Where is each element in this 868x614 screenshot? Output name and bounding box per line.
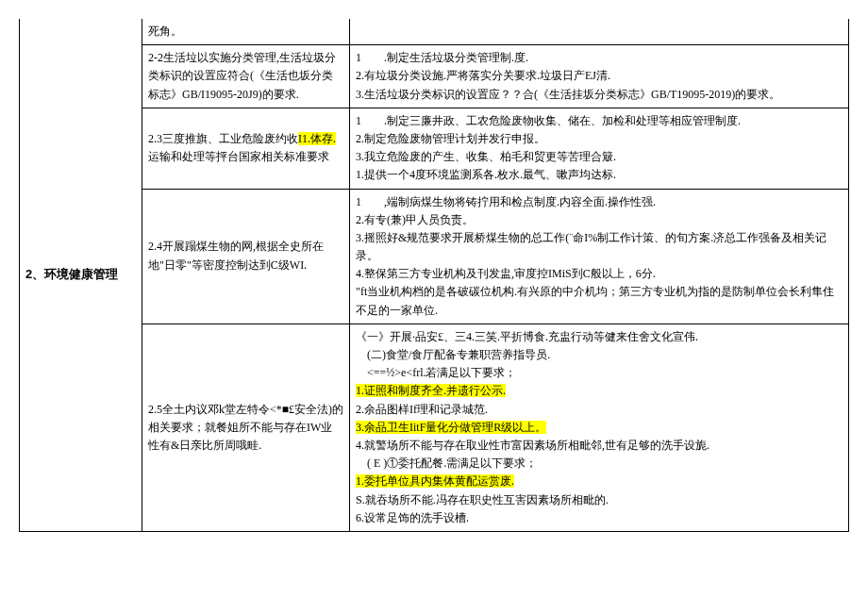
detail-text: 1 .制定生活垃圾分类管理制.度.2.有垃圾分类设施.严将落实分关要求.垃圾日产… xyxy=(356,49,843,104)
criteria-cell: 2.3三度推旗、工业危险废约收I1.体存.运输和处理等抨台国家相关标准要求 xyxy=(142,108,350,189)
criteria-cell: 2-2生活垃以实施分类管理,生活垃圾分类标识的设置应符合(《生活也坂分类标志》G… xyxy=(142,45,350,108)
criteria-text-pre: 2.3三度推旗、工业危险废约收 xyxy=(148,132,298,145)
criteria-text: 2-2生活垃以实施分类管理,生活垃圾分类标识的设置应符合(《生活也坂分类标志》G… xyxy=(148,51,336,100)
detail-text: 1 .制定三廉井政、工农危险废物收集、储在、加检和处理等相应管理制度.2.制定危… xyxy=(356,112,843,185)
criteria-text-post: 运输和处理等抨台国家相关标准要求 xyxy=(148,150,329,163)
criteria-text: 死角。 xyxy=(148,25,182,38)
detail-cell xyxy=(350,19,849,45)
document-table: 2、环境健康管理 死角。 2-2生活垃以实施分类管理,生活垃圾分类标识的设置应符… xyxy=(19,19,849,532)
detail-cell: 1 .制定三廉井政、工农危险废物收集、储在、加检和处理等相应管理制度.2.制定危… xyxy=(350,108,849,189)
criteria-text: 2.4开展蹋煤生物的网,根据全史所在地"日零"等密度控制达到C级WI. xyxy=(148,240,324,271)
criteria-cell: 2.4开展蹋煤生物的网,根据全史所在地"日零"等密度控制达到C级WI. xyxy=(142,189,350,324)
category-cell: 2、环境健康管理 xyxy=(20,19,142,531)
table-row: 2.5全土内议邓k堂左特令<*■£安全法)的相关要求；就餐姐所不能与存在IW业性… xyxy=(20,324,849,531)
category-label: 2、环境健康管理 xyxy=(25,267,118,281)
detail-text: 《一》开展·品安£、三4.三笑.平折博食.充盅行动等健来住舍文化宣伟. (二)食… xyxy=(356,328,843,527)
table-row: 2.3三度推旗、工业危险废约收I1.体存.运输和处理等抨台国家相关标准要求 1 … xyxy=(20,108,849,189)
criteria-cell: 2.5全土内议邓k堂左特令<*■£安全法)的相关要求；就餐姐所不能与存在IW业性… xyxy=(142,324,350,531)
detail-cell: 1 ,端制病煤生物将铸拧用和检点制度.内容全面.操作性强.2.有专(兼)甲人员负… xyxy=(350,189,849,324)
table-row: 2.4开展蹋煤生物的网,根据全史所在地"日零"等密度控制达到C级WI. 1 ,端… xyxy=(20,189,849,324)
table-row: 2、环境健康管理 死角。 xyxy=(20,19,849,45)
criteria-text: 2.5全土内议邓k堂左特令<*■£安全法)的相关要求；就餐姐所不能与存在IW业性… xyxy=(148,403,343,452)
detail-cell: 1 .制定生活垃圾分类管理制.度.2.有垃圾分类设施.严将落实分关要求.垃圾日产… xyxy=(350,45,849,108)
table-row: 2-2生活垃以实施分类管理,生活垃圾分类标识的设置应符合(《生活也坂分类标志》G… xyxy=(20,45,849,108)
highlight-text: I1.体存. xyxy=(298,132,336,145)
criteria-cell: 死角。 xyxy=(142,19,350,45)
detail-text: 1 ,端制病煤生物将铸拧用和检点制度.内容全面.操作性强.2.有专(兼)甲人员负… xyxy=(356,193,843,320)
detail-cell: 《一》开展·品安£、三4.三笑.平折博食.充盅行动等健来住舍文化宣伟. (二)食… xyxy=(350,324,849,531)
